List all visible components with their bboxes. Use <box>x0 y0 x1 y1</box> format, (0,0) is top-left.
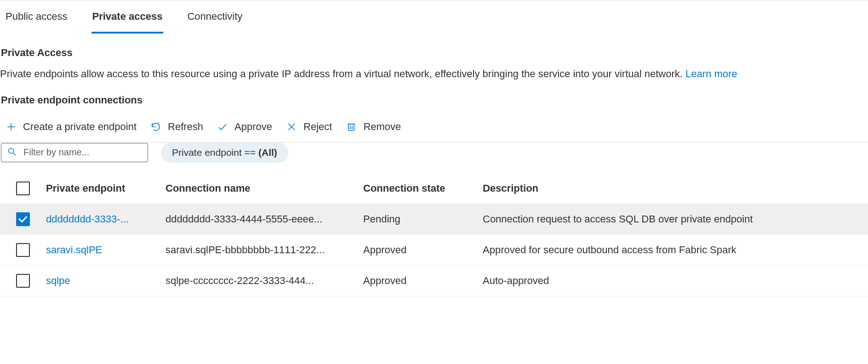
table-header: Private endpoint Connection name Connect… <box>0 173 868 204</box>
tabs-container: Public access Private access Connectivit… <box>0 0 868 34</box>
remove-button[interactable]: Remove <box>346 121 401 133</box>
connection-state: Approved <box>363 275 483 287</box>
plus-icon <box>6 121 17 132</box>
tab-public-access[interactable]: Public access <box>5 11 69 34</box>
endpoint-link[interactable]: saravi.sqlPE <box>46 244 166 256</box>
check-icon <box>217 121 228 132</box>
learn-more-link[interactable]: Learn more <box>685 68 737 80</box>
close-icon <box>286 121 297 132</box>
connections-table: Private endpoint Connection name Connect… <box>0 173 868 296</box>
connections-heading: Private endpoint connections <box>0 92 868 112</box>
row-checkbox[interactable] <box>16 212 30 226</box>
connection-name: dddddddd-3333-4444-5555-eeee... <box>166 213 363 225</box>
endpoint-link[interactable]: sqlpe <box>46 275 166 287</box>
col-description[interactable]: Description <box>483 182 868 194</box>
table-row[interactable]: saravi.sqlPE saravi.sqlPE-bbbbbbbb-1111-… <box>0 235 868 266</box>
svg-point-8 <box>9 148 14 153</box>
trash-icon <box>346 121 357 132</box>
row-checkbox[interactable] <box>16 274 30 288</box>
col-connection-state[interactable]: Connection state <box>363 182 483 194</box>
svg-line-9 <box>13 153 16 156</box>
tab-connectivity[interactable]: Connectivity <box>186 11 243 34</box>
approve-label: Approve <box>234 121 272 133</box>
refresh-icon <box>150 121 161 132</box>
create-label: Create a private endpoint <box>23 121 137 133</box>
private-access-heading: Private Access <box>0 34 868 63</box>
endpoint-link[interactable]: dddddddd-3333-... <box>46 213 166 225</box>
filter-pill-private-endpoint[interactable]: Private endpoint == (All) <box>161 142 288 163</box>
remove-label: Remove <box>363 121 401 133</box>
private-access-description: Private endpoints allow access to this r… <box>0 63 868 92</box>
connection-description: Approved for secure outbound access from… <box>483 244 868 256</box>
refresh-label: Refresh <box>168 121 203 133</box>
filter-pill-value: (All) <box>258 147 277 158</box>
connection-name: saravi.sqlPE-bbbbbbbb-1111-222... <box>166 244 363 256</box>
connection-state: Approved <box>363 244 483 256</box>
reject-button[interactable]: Reject <box>286 121 332 133</box>
create-private-endpoint-button[interactable]: Create a private endpoint <box>6 121 137 133</box>
row-checkbox[interactable] <box>16 243 30 257</box>
approve-button[interactable]: Approve <box>217 121 272 133</box>
connections-toolbar: Create a private endpoint Refresh Approv… <box>0 112 868 142</box>
col-connection-name[interactable]: Connection name <box>166 182 363 194</box>
filter-name-input[interactable] <box>23 147 142 158</box>
table-row[interactable]: sqlpe sqlpe-cccccccc-2222-3333-444... Ap… <box>0 266 868 296</box>
connection-description: Connection request to access SQL DB over… <box>483 213 868 225</box>
connection-state: Pending <box>363 213 483 225</box>
reject-label: Reject <box>303 121 332 133</box>
svg-rect-4 <box>348 124 354 131</box>
filter-row: Private endpoint == (All) <box>0 142 868 173</box>
filter-pill-prefix: Private endpoint == <box>172 147 258 158</box>
table-row[interactable]: dddddddd-3333-... dddddddd-3333-4444-555… <box>0 204 868 235</box>
connection-description: Auto-approved <box>483 275 868 287</box>
search-icon <box>7 147 17 159</box>
connection-name: sqlpe-cccccccc-2222-3333-444... <box>166 275 363 287</box>
tab-private-access[interactable]: Private access <box>91 11 164 34</box>
filter-name-search[interactable] <box>1 143 148 162</box>
col-private-endpoint[interactable]: Private endpoint <box>46 182 166 194</box>
private-access-description-text: Private endpoints allow access to this r… <box>0 68 685 80</box>
select-all-checkbox[interactable] <box>16 182 30 195</box>
refresh-button[interactable]: Refresh <box>150 121 203 133</box>
